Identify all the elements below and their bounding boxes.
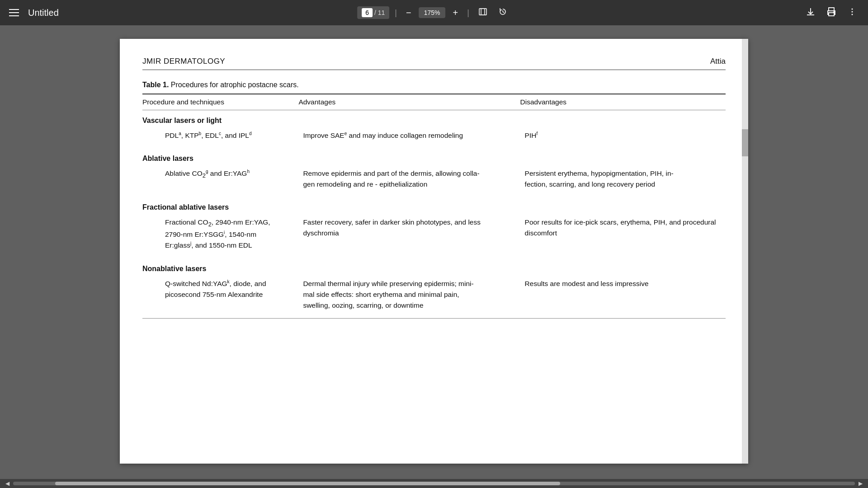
svg-point-9: [852, 11, 853, 12]
zoom-level[interactable]: 175%: [419, 7, 446, 18]
disadvantages-pdl: PIHf: [516, 127, 726, 148]
svg-point-7: [834, 12, 835, 13]
table-row: PDLa, KTPb, EDLc, and IPLd Improve SAEe …: [142, 127, 726, 148]
category-nonablative: Nonablative lasers: [142, 258, 726, 275]
table-header-row: Procedure and techniques Advantages Disa…: [142, 94, 726, 110]
category-ablative-label: Ablative lasers: [142, 148, 726, 164]
total-pages: / 11: [374, 9, 385, 16]
category-vascular-label: Vascular lasers or light: [142, 110, 726, 127]
category-fractional: Fractional ablative lasers: [142, 197, 726, 213]
fit-page-button[interactable]: [475, 5, 491, 20]
svg-rect-6: [829, 13, 834, 16]
svg-line-4: [503, 12, 504, 13]
document-header: JMIR DERMATOLOGY Attia: [142, 57, 726, 70]
advantages-ablative: Remove epidermis and part of the dermis,…: [294, 164, 515, 197]
toolbar-center: 6 / 11 | − 175% + |: [357, 5, 511, 20]
scroll-track[interactable]: [13, 482, 855, 485]
disadvantages-fractional: Poor results for ice-pick scars, erythem…: [516, 213, 726, 258]
table-caption-text: Procedures for atrophic postacne scars.: [171, 81, 299, 89]
toolbar-right: [802, 5, 861, 21]
horizontal-scrollbar-thumb[interactable]: [55, 482, 560, 485]
advantages-pdl: Improve SAEe and may induce collagen rem…: [294, 127, 515, 148]
procedure-ablative: Ablative CO2g and Er:YAGh: [142, 164, 294, 197]
advantages-nonablative: Dermal thermal injury while preserving e…: [294, 275, 515, 319]
content-area: JMIR DERMATOLOGY Attia Table 1. Procedur…: [0, 25, 868, 479]
procedure-nonablative: Q-switched Nd:YAGk, diode, andpicosecond…: [142, 275, 294, 319]
download-button[interactable]: [802, 5, 819, 21]
more-options-button[interactable]: [844, 5, 861, 21]
pdf-page: JMIR DERMATOLOGY Attia Table 1. Procedur…: [120, 39, 748, 464]
separator2: |: [467, 8, 469, 18]
disadvantages-nonablative: Results are modest and less impressive: [516, 275, 726, 319]
separator: |: [395, 8, 397, 18]
horizontal-scrollbar-area: ◀ ▶: [0, 479, 868, 488]
svg-point-10: [852, 14, 853, 15]
current-page[interactable]: 6: [362, 8, 373, 17]
scroll-right-arrow[interactable]: ▶: [857, 480, 864, 487]
category-nonablative-label: Nonablative lasers: [142, 258, 726, 275]
history-button[interactable]: [495, 5, 511, 20]
vertical-scrollbar[interactable]: [742, 39, 748, 464]
col-header-disadvantages: Disadvantages: [516, 94, 726, 110]
print-button[interactable]: [823, 5, 840, 21]
procedure-pdl: PDLa, KTPb, EDLc, and IPLd: [142, 127, 294, 148]
scroll-left-arrow[interactable]: ◀: [4, 480, 11, 487]
zoom-in-button[interactable]: +: [449, 6, 462, 19]
procedure-fractional: Fractional CO2, 2940-nm Er:YAG,2790-nm E…: [142, 213, 294, 258]
category-fractional-label: Fractional ablative lasers: [142, 197, 726, 213]
svg-rect-0: [479, 9, 486, 15]
document-title: Untitled: [28, 8, 59, 18]
journal-name: JMIR DERMATOLOGY: [142, 57, 225, 66]
toolbar: Untitled 6 / 11 | − 175% + |: [0, 0, 868, 25]
col-header-advantages: Advantages: [294, 94, 515, 110]
page-navigation: 6 / 11: [357, 6, 389, 19]
zoom-out-button[interactable]: −: [402, 6, 415, 19]
category-ablative: Ablative lasers: [142, 148, 726, 164]
table-row: Ablative CO2g and Er:YAGh Remove epiderm…: [142, 164, 726, 197]
table-row: Q-switched Nd:YAGk, diode, andpicosecond…: [142, 275, 726, 319]
advantages-fractional: Faster recovery, safer in darker skin ph…: [294, 213, 515, 258]
disadvantages-ablative: Persistent erythema, hypopigmentation, P…: [516, 164, 726, 197]
scrollbar-thumb[interactable]: [742, 129, 748, 156]
hamburger-menu-icon[interactable]: [7, 7, 21, 18]
procedures-table: Procedure and techniques Advantages Disa…: [142, 94, 726, 319]
svg-point-8: [852, 8, 853, 9]
toolbar-view-icons: [475, 5, 511, 20]
svg-rect-5: [829, 8, 834, 11]
col-header-procedure: Procedure and techniques: [142, 94, 294, 110]
author-name: Attia: [710, 57, 726, 66]
table-caption: Table 1. Procedures for atrophic postacn…: [142, 81, 726, 89]
table-label: Table 1.: [142, 81, 169, 89]
toolbar-left: Untitled: [7, 7, 59, 18]
table-row: Fractional CO2, 2940-nm Er:YAG,2790-nm E…: [142, 213, 726, 258]
category-vascular: Vascular lasers or light: [142, 110, 726, 127]
